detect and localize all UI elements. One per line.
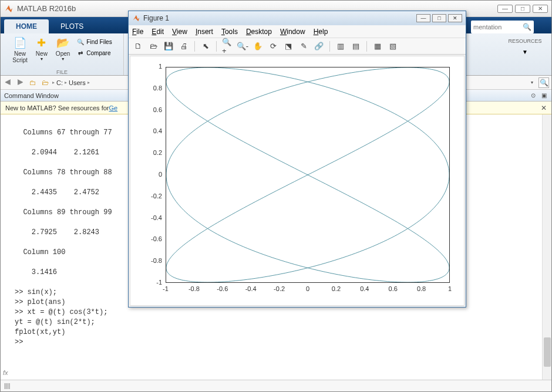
plot-line-chart <box>166 67 449 282</box>
command-window-title: Command Window <box>4 92 59 99</box>
chevron-down-icon: ▼ <box>522 49 528 55</box>
show-tools-icon[interactable]: ▧ <box>387 40 399 52</box>
y-tick-label: 0.8 <box>153 85 162 92</box>
browse-folder-icon[interactable]: 🗁 <box>40 77 51 88</box>
doc-search: 🔍 <box>471 21 534 33</box>
status-bar: |||| <box>1 380 551 391</box>
breadcrumb-drive[interactable]: C: <box>56 79 63 86</box>
vertical-scrollbar[interactable] <box>542 114 551 380</box>
y-tick-label: -0.6 <box>151 235 162 242</box>
breadcrumb-users[interactable]: Users <box>69 79 86 86</box>
insert-colorbar-icon[interactable]: ▥ <box>335 40 346 52</box>
x-tick-label: 1 <box>443 285 457 292</box>
x-tick-label: 0.4 <box>358 285 372 292</box>
minimize-button[interactable]: — <box>497 5 513 13</box>
y-tick-label: 0.2 <box>153 149 162 156</box>
separator <box>194 41 195 52</box>
zoom-in-icon[interactable]: 🔍+ <box>221 40 233 52</box>
menu-desktop[interactable]: Desktop <box>246 28 272 36</box>
matlab-logo-icon <box>132 14 140 22</box>
new-script-icon: 📄 <box>13 36 27 50</box>
figure-minimize-button[interactable]: — <box>416 14 430 22</box>
y-tick-label: 0.6 <box>153 106 162 113</box>
open-button[interactable]: 📂 Open ▼ <box>53 35 72 62</box>
pan-icon[interactable]: ✋ <box>252 40 264 52</box>
hide-tools-icon[interactable]: ▦ <box>372 40 383 52</box>
menu-file[interactable]: File <box>132 28 143 36</box>
compare-button[interactable]: ⇄ Compare <box>75 48 113 58</box>
open-folder-icon: 📂 <box>56 36 70 50</box>
x-tick-label: -0.8 <box>187 285 201 292</box>
menu-tools[interactable]: Tools <box>221 28 238 36</box>
toolstrip-resources-group[interactable]: RESOURCES ▼ <box>499 33 551 75</box>
close-button[interactable]: ✕ <box>533 5 548 13</box>
figure-close-button[interactable]: ✕ <box>448 14 462 22</box>
x-tick-label: 0.6 <box>386 285 400 292</box>
y-tick-label: 0 <box>159 171 162 178</box>
insert-legend-icon[interactable]: ▤ <box>350 40 362 52</box>
path-dropdown-icon[interactable]: ▾ <box>531 80 533 85</box>
tab-plots[interactable]: PLOTS <box>49 19 95 33</box>
menu-view[interactable]: View <box>172 28 187 36</box>
y-tick-label: -0.4 <box>151 214 162 221</box>
y-tick-label: 0.4 <box>153 127 162 134</box>
x-tick-label: -0.4 <box>244 285 258 292</box>
options-dropdown-icon[interactable]: ⊙ <box>529 92 537 100</box>
y-tick-label: 1 <box>159 63 162 70</box>
separator <box>216 41 217 52</box>
figure-canvas[interactable]: -1-0.8-0.6-0.4-0.200.20.40.60.81 -1-0.8-… <box>130 56 465 306</box>
search-icon[interactable]: 🔍 <box>520 23 531 31</box>
rotate-icon[interactable]: ⟳ <box>267 40 279 52</box>
path-search-icon[interactable]: 🔍 <box>538 77 549 88</box>
edit-plot-icon[interactable]: ⬉ <box>200 40 211 52</box>
open-figure-icon[interactable]: 🗁 <box>147 40 159 52</box>
fx-icon[interactable]: fx <box>3 369 8 376</box>
link-icon[interactable]: 🔗 <box>313 40 325 52</box>
menu-window[interactable]: Window <box>280 28 305 36</box>
x-tick-label: 0.8 <box>415 285 429 292</box>
back-button[interactable]: ⯇ <box>3 77 14 88</box>
menu-insert[interactable]: Insert <box>196 28 213 36</box>
banner-close-icon[interactable]: ✕ <box>541 104 547 112</box>
file-group-label: FILE <box>1 69 123 75</box>
brush-icon[interactable]: ✎ <box>298 40 309 52</box>
new-button[interactable]: ✚ New ▼ <box>32 35 51 62</box>
new-figure-icon[interactable]: 🗋 <box>132 40 144 52</box>
compare-icon: ⇄ <box>76 49 85 57</box>
toolstrip-file-group: 📄 New Script ✚ New ▼ 📂 Open ▼ 🔍 Find F <box>1 33 124 75</box>
figure-menubar: File Edit View Insert Tools Desktop Wind… <box>129 25 466 38</box>
forward-button[interactable]: ⯈ <box>15 77 26 88</box>
y-tick-label: -0.8 <box>151 257 162 264</box>
separator <box>366 41 367 52</box>
find-files-button[interactable]: 🔍 Find Files <box>75 37 113 46</box>
scrollbar-thumb[interactable] <box>544 337 551 367</box>
new-plus-icon: ✚ <box>35 36 49 50</box>
print-icon[interactable]: 🖨 <box>178 40 190 52</box>
x-tick-label: -0.2 <box>272 285 287 292</box>
figure-maximize-button[interactable]: □ <box>432 14 446 22</box>
chevron-down-icon: ▼ <box>61 57 65 61</box>
banner-text: New to MATLAB? See resources for <box>5 104 109 111</box>
figure-toolbar: 🗋 🗁 💾 🖨 ⬉ 🔍+ 🔍- ✋ ⟳ ⬔ ✎ 🔗 ▥ ▤ ▦ ▧ <box>129 38 466 55</box>
x-tick-label: 0 <box>301 285 315 292</box>
separator-icon: ▸ <box>52 80 55 85</box>
banner-link[interactable]: Ge <box>109 104 117 111</box>
menu-help[interactable]: Help <box>314 28 328 36</box>
y-tick-label: -0.2 <box>151 192 162 200</box>
menu-edit[interactable]: Edit <box>152 28 164 36</box>
up-folder-icon[interactable]: 🗀 <box>28 77 38 88</box>
save-figure-icon[interactable]: 💾 <box>163 40 174 52</box>
zoom-out-icon[interactable]: 🔍- <box>237 40 248 52</box>
chevron-down-icon: ▼ <box>39 57 43 61</box>
separator <box>329 41 330 52</box>
maximize-button[interactable]: □ <box>515 5 530 13</box>
figure-title: Figure 1 <box>143 14 415 22</box>
plot-axes <box>166 67 450 283</box>
data-cursor-icon[interactable]: ⬔ <box>282 40 294 52</box>
figure-titlebar[interactable]: Figure 1 — □ ✕ <box>129 11 466 25</box>
new-script-button[interactable]: 📄 New Script <box>10 35 30 65</box>
x-tick-label: 0.2 <box>329 285 343 292</box>
tab-home[interactable]: HOME <box>4 19 49 33</box>
doc-search-input[interactable] <box>473 23 520 31</box>
maximize-panel-icon[interactable]: ▣ <box>540 92 548 100</box>
